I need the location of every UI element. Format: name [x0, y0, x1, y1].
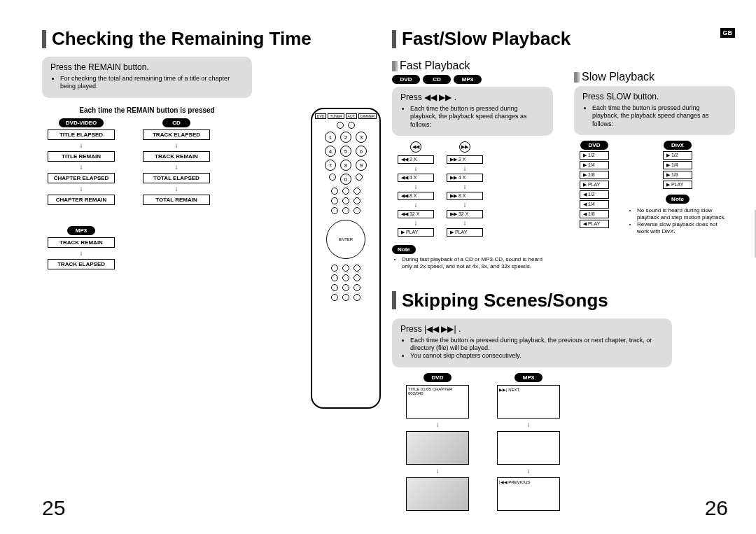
remote-btn — [342, 197, 349, 204]
remote-btn — [354, 284, 360, 291]
slow-dvd-4: ◀ 1/2 — [580, 190, 609, 199]
dvd-state-0: TITLE ELAPSED — [48, 129, 115, 140]
fast-rev-4: ▶ PLAY — [398, 228, 434, 237]
remote-btn — [354, 265, 360, 272]
remote-btn — [342, 274, 349, 281]
slow-note-1: Reverse slow playback does not work with… — [637, 221, 728, 235]
down-arrow-icon: ↓ — [80, 164, 83, 171]
pill-cd: CD — [423, 75, 451, 84]
down-arrow-icon: ↓ — [414, 165, 418, 172]
slow-divx-3: ▶ PLAY — [663, 181, 692, 189]
skip-lead: Press |◀◀ ▶▶| . — [400, 324, 664, 334]
cycle-label: Each time the REMAIN button is pressed — [42, 106, 252, 114]
mp3-prev-label: |◀◀ PREVIOUS — [499, 480, 530, 484]
remote-num-0: 0 — [340, 174, 351, 185]
forward-icon: ▶▶ — [459, 141, 470, 153]
fast-instruction-box: Press ◀◀ ▶▶ . Each time the button is pr… — [392, 87, 553, 136]
page-number-left: 25 — [42, 496, 65, 520]
skip-mp3-col: MP3 ▶▶| NEXT ↓ ↓ |◀◀ PREVIOUS — [497, 373, 560, 511]
down-arrow-icon: ↓ — [80, 185, 83, 192]
fast-rev-col: ◀◀ ◀◀ 2 X ↓ ◀◀ 4 X ↓ ◀◀ 8 X ↓ ◀◀ 32 X ↓ … — [398, 141, 434, 237]
fast-note-pill: Note — [392, 245, 416, 254]
skip-bullet-0: Each time the button is pressed during p… — [410, 337, 664, 353]
down-arrow-icon: ↓ — [175, 185, 178, 192]
remote-num-3: 3 — [356, 132, 367, 143]
remain-instruction-box: Press the REMAIN button. For checking th… — [42, 57, 252, 98]
flow-dvd-video: DVD-VIDEO TITLE ELAPSED ↓ TITLE REMAIN ↓… — [48, 118, 115, 205]
dvd-scene-thumb — [406, 477, 469, 511]
down-arrow-icon: ↓ — [414, 183, 418, 190]
remote-control-diagram: DVDTUNERAUXDIMMER 123 456 789 0 — [311, 108, 381, 409]
remote-top-strip: DVDTUNERAUXDIMMER — [312, 113, 379, 119]
fast-fwd-3: ▶▶ 32 X — [447, 210, 483, 218]
fast-slow-row: Fast Playback DVD CD MP3 Press ◀◀ ▶▶ . E… — [392, 57, 735, 270]
remote-btn — [354, 294, 360, 301]
skip-dvd-col: DVD TITLE 01/05 CHAPTER 002/040 ↓ ↓ — [406, 373, 469, 511]
pill-dvd-skip: DVD — [424, 373, 451, 382]
flow-mp3: MP3 TRACK REMAIN ↓ TRACK ELAPSED — [48, 226, 115, 269]
remote-num-2: 2 — [340, 132, 351, 143]
pill-divx: DivX — [664, 141, 692, 150]
down-arrow-icon: ↓ — [414, 220, 418, 227]
press-word: Press — [400, 92, 422, 102]
cd-state-2: TOTAL ELAPSED — [143, 173, 210, 183]
remote-sleep-icon — [348, 122, 355, 129]
pill-dvd-video: DVD-VIDEO — [59, 118, 104, 127]
remote-num-9: 9 — [356, 160, 367, 171]
remote-btn — [331, 188, 338, 195]
down-arrow-icon: ↓ — [527, 421, 531, 428]
down-arrow-icon: ↓ — [527, 468, 531, 475]
remote-btn — [342, 284, 349, 291]
slow-dvd-0: ▶ 1/2 — [580, 151, 609, 160]
subheading-fast: Fast Playback — [392, 59, 553, 72]
mp3-next-label: ▶▶| NEXT — [499, 388, 519, 392]
slow-note-0: No sound is heard during slow playback a… — [637, 207, 728, 221]
slow-dvd-1: ▶ 1/4 — [580, 161, 609, 169]
heading-text: Fast/Slow Playback — [402, 28, 570, 50]
rewind-forward-icon: ◀◀ ▶▶ . — [424, 92, 456, 102]
remote-btn — [354, 197, 360, 204]
page-25: Checking the Remaining Time Press the RE… — [42, 28, 385, 504]
gb-badge: GB — [720, 28, 736, 38]
remote-btn — [331, 294, 338, 301]
fast-note-bullet: During fast playback of a CD or MP3-CD, … — [402, 256, 553, 270]
cd-state-0: TRACK ELAPSED — [143, 129, 210, 140]
slow-dvd-2: ▶ 1/8 — [580, 171, 609, 179]
down-arrow-icon: ↓ — [175, 164, 178, 171]
slow-dvd-7: ◀ PLAY — [580, 220, 609, 228]
pill-dvd-slow: DVD — [580, 141, 608, 150]
fast-lead: Press ◀◀ ▶▶ . — [400, 92, 545, 102]
remote-btn — [331, 274, 338, 281]
remote-btn — [342, 294, 349, 301]
subheading-text: Slow Playback — [582, 71, 654, 83]
slow-dvd-3: ▶ PLAY — [580, 181, 609, 189]
remote-btn — [331, 197, 338, 204]
heading-skipping: Skipping Scenes/Songs — [392, 290, 735, 311]
remote-btn — [329, 174, 336, 181]
fast-fwd-2: ▶▶ 8 X — [447, 192, 483, 200]
remote-num-5: 5 — [340, 146, 351, 157]
fast-rev-1: ◀◀ 4 X — [398, 174, 434, 182]
slow-divx-1: ▶ 1/4 — [663, 161, 692, 169]
remote-num-8: 8 — [340, 160, 351, 171]
fast-speed-group: ◀◀ ◀◀ 2 X ↓ ◀◀ 4 X ↓ ◀◀ 8 X ↓ ◀◀ 32 X ↓ … — [398, 141, 553, 237]
slow-dvd-5: ◀ 1/4 — [580, 200, 609, 209]
skip-diagrams: DVD TITLE 01/05 CHAPTER 002/040 ↓ ↓ MP3 … — [406, 373, 735, 511]
skip-instruction-box: Press |◀◀ ▶▶| . Each time the button is … — [392, 318, 672, 367]
fast-fwd-0: ▶▶ 2 X — [447, 155, 483, 164]
slow-divx-2: ▶ 1/8 — [663, 171, 692, 179]
remote-btn — [356, 174, 363, 181]
fast-fwd-1: ▶▶ 4 X — [447, 174, 483, 182]
down-arrow-icon: ↓ — [414, 202, 418, 209]
slow-instruction-box: Press SLOW button. Each time the button … — [574, 86, 735, 135]
slow-note-pill: Note — [666, 195, 690, 204]
heading-text: Skipping Scenes/Songs — [402, 290, 608, 311]
press-word: Press — [400, 324, 422, 334]
slow-divx-col: DivX ▶ 1/2 ▶ 1/4 ▶ 1/8 ▶ PLAY Note No so… — [627, 141, 728, 235]
page-26: GB OPERATION Fast/Slow Playback Fast Pla… — [392, 28, 735, 504]
remain-bullet: For checking the total and remaining tim… — [60, 75, 244, 91]
skip-bullet-1: You cannot skip chapters consecutively. — [410, 352, 664, 360]
down-arrow-icon: ↓ — [80, 142, 83, 149]
remote-btn — [342, 188, 349, 195]
remote-btn — [331, 265, 338, 272]
